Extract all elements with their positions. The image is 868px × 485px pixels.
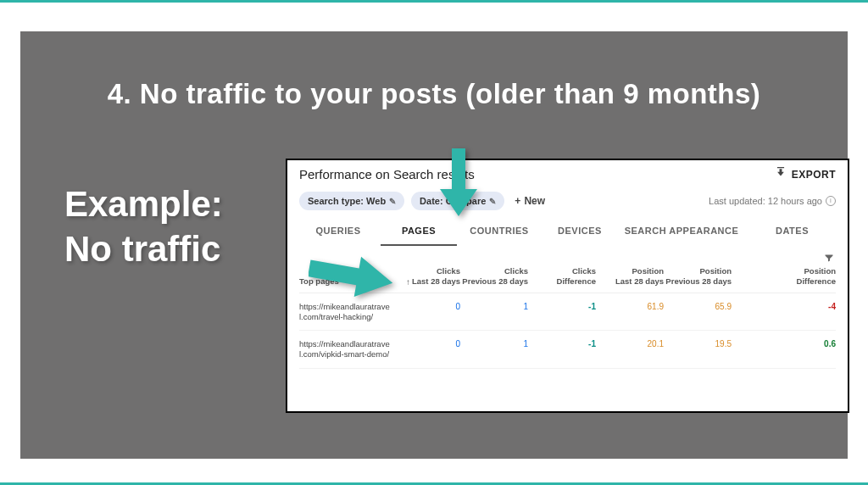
th-line1: Clicks — [460, 266, 528, 276]
slide-frame: 4. No traffic to your posts (older than … — [0, 0, 868, 485]
cell-clicks-diff: -1 — [528, 302, 596, 311]
th-pos-last-28[interactable]: Position Last 28 days — [596, 266, 664, 287]
th-clicks-last-28[interactable]: ↑ Clicks Last 28 days — [392, 266, 460, 287]
tab-dates[interactable]: DATES — [745, 217, 839, 246]
slide-title: 4. No traffic to your posts (older than … — [20, 78, 848, 110]
th-line2: Previous 28 days — [460, 276, 528, 287]
table-row[interactable]: https://mikeandlauratravel.com/vipkid-sm… — [299, 331, 836, 369]
filter-icon — [822, 253, 836, 263]
chip-label: Search type: Web — [308, 196, 386, 206]
last-updated-text: Last updated: 12 hours ago — [709, 196, 822, 206]
th-line2: Previous 28 days — [664, 276, 732, 287]
panel-header: Performance on Search results EXPORT — [287, 160, 848, 185]
download-icon — [775, 167, 787, 181]
plus-icon: + — [515, 195, 520, 207]
cell-clicks-l28: 0 — [392, 339, 460, 348]
example-line1: Example: — [64, 182, 223, 227]
last-updated: Last updated: 12 hours ago i — [709, 196, 836, 206]
tab-countries[interactable]: COUNTRIES — [457, 217, 542, 246]
add-filter-button[interactable]: + New — [515, 195, 545, 207]
cell-clicks-diff: -1 — [528, 339, 596, 348]
th-clicks-diff[interactable]: Clicks Difference — [528, 266, 596, 287]
export-button[interactable]: EXPORT — [775, 167, 836, 181]
new-filter-label: New — [524, 195, 545, 207]
cell-clicks-p28: 1 — [460, 302, 528, 311]
th-line1: Clicks — [412, 266, 460, 276]
example-line2: No traffic — [64, 227, 223, 272]
slide-background: 4. No traffic to your posts (older than … — [20, 31, 848, 459]
filter-bar: Search type: Web ✎ Date: Compare ✎ + New… — [287, 185, 848, 217]
cell-pos-diff: -4 — [732, 302, 836, 311]
cell-pos-diff: 0.6 — [732, 339, 836, 348]
cell-clicks-p28: 1 — [460, 339, 528, 348]
cell-pos-p28: 65.9 — [664, 302, 732, 311]
tabs: QUERIES PAGES COUNTRIES DEVICES SEARCH A… — [287, 217, 848, 246]
cell-url: https://mikeandlauratravel.com/vipkid-sm… — [299, 339, 392, 360]
pencil-icon: ✎ — [489, 197, 496, 206]
pencil-icon: ✎ — [389, 197, 396, 206]
export-label: EXPORT — [792, 169, 836, 181]
tab-pages[interactable]: PAGES — [381, 217, 457, 246]
th-line1: Clicks — [528, 266, 596, 276]
th-clicks-prev-28[interactable]: Clicks Previous 28 days — [460, 266, 528, 287]
annotation-arrow-right-icon — [309, 252, 393, 303]
cell-pos-l28: 20.1 — [596, 339, 664, 348]
example-label: Example: No traffic — [64, 182, 223, 271]
sort-arrow-up-icon: ↑ — [406, 276, 410, 287]
cell-clicks-l28: 0 — [392, 302, 460, 311]
cell-pos-p28: 19.5 — [664, 339, 732, 348]
th-line2: Last 28 days — [412, 276, 460, 287]
annotation-arrow-down-icon — [440, 148, 477, 220]
th-line1: Position — [596, 266, 664, 276]
th-line2: Last 28 days — [596, 276, 664, 287]
tab-queries[interactable]: QUERIES — [296, 217, 381, 246]
tab-search-appearance[interactable]: SEARCH APPEARANCE — [618, 217, 745, 246]
cell-pos-l28: 61.9 — [596, 302, 664, 311]
tab-devices[interactable]: DEVICES — [542, 217, 618, 246]
info-icon: i — [826, 196, 836, 206]
th-pos-diff[interactable]: Position Difference — [732, 266, 836, 287]
th-line2: Difference — [732, 276, 836, 287]
th-pos-prev-28[interactable]: Position Previous 28 days — [664, 266, 732, 287]
th-line1: Position — [732, 266, 836, 276]
filter-chip-search-type[interactable]: Search type: Web ✎ — [299, 192, 404, 210]
th-line1: Position — [664, 266, 732, 276]
cell-url: https://mikeandlauratravel.com/travel-ha… — [299, 302, 392, 322]
th-line2: Difference — [528, 276, 596, 287]
